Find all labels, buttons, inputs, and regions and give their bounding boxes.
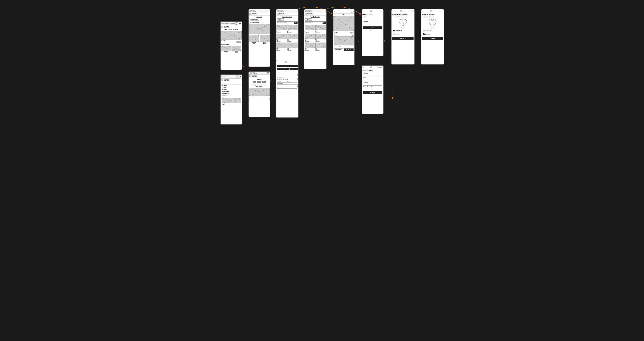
volunteer-nav[interactable]: volunteer bbox=[233, 29, 238, 30]
dogs-filter-btn[interactable]: ① filters ⌄ bbox=[277, 18, 284, 20]
step2-label: Interview bbox=[396, 34, 400, 35]
enter-amount-input[interactable] bbox=[249, 98, 270, 100]
sponsor-me-btn[interactable]: Sponsor Me bbox=[334, 48, 343, 51]
login-back-btn[interactable]: ← bbox=[363, 10, 364, 12]
signup-back-btn[interactable]: ← bbox=[363, 66, 364, 68]
apple-pay-btn[interactable]: Apple Pay bbox=[277, 68, 298, 70]
cat-card-3[interactable]: NameTypeAge Gender bbox=[304, 34, 315, 42]
pet-type: Type bbox=[334, 34, 336, 36]
animal-health-item[interactable]: animal health bbox=[220, 90, 242, 92]
billing-address-dropdown[interactable]: ⌄ bbox=[277, 88, 297, 91]
card-number-input[interactable] bbox=[277, 78, 298, 80]
dogs-search-btn[interactable]: 🔍 bbox=[294, 22, 298, 24]
login-email-input[interactable] bbox=[363, 18, 382, 20]
home-header: (XXX)XXX-XXXX Address, Washington bbox=[220, 22, 242, 26]
adoption-header: (XXX)XXX-XXXXAddress, Washington bbox=[249, 10, 270, 12]
adoption-process-item[interactable]: adoption process bbox=[250, 18, 269, 20]
dog-card-1[interactable]: NameTypeAge Gender bbox=[276, 25, 287, 33]
logo-icon-menu: Logo bbox=[221, 79, 223, 81]
adoption-hamburger[interactable] bbox=[267, 10, 269, 12]
questionnaire-need-help[interactable]: Need Help? bbox=[409, 11, 414, 12]
login-need-help[interactable]: Need Help? bbox=[378, 11, 382, 12]
forgot-password-link[interactable]: Forgot password? bbox=[363, 29, 382, 31]
interview-step2-label: Interview bbox=[426, 34, 430, 35]
dog-card-5[interactable]: NameTypeAge Gender bbox=[276, 42, 287, 51]
interview-need-help[interactable]: Need Help? bbox=[438, 11, 443, 12]
signup-logo: Logo bbox=[370, 66, 372, 68]
donate-nav[interactable]: donate bbox=[228, 29, 232, 30]
signup-password-input[interactable] bbox=[363, 83, 382, 86]
submit-btn[interactable]: Submit bbox=[422, 37, 443, 40]
cat-card-2[interactable]: NameTypeAge Gender bbox=[316, 25, 326, 33]
cats-search-row: 🔍 bbox=[305, 22, 326, 24]
signup-email-input[interactable] bbox=[363, 79, 382, 81]
signup-login-tab[interactable]: Login bbox=[362, 70, 366, 72]
login-tab[interactable]: Login bbox=[362, 14, 366, 15]
name-on-card-input[interactable] bbox=[277, 84, 298, 87]
retype-password-input[interactable] bbox=[363, 88, 382, 90]
learn-more-btn[interactable]: Learn More bbox=[236, 41, 242, 43]
cat-card-5[interactable]: NameTypeAge Gender bbox=[304, 42, 315, 51]
adopt-me-btn[interactable]: Adopt Me bbox=[344, 48, 354, 51]
cats-address: (XXX)XXX-XXXXAddress, Washington bbox=[305, 10, 312, 12]
cat-card-6[interactable]: NameTypeAge Gender bbox=[316, 42, 326, 51]
share-icon[interactable]: ↑ bbox=[351, 10, 354, 13]
amount-10[interactable]: 10 bbox=[253, 81, 256, 83]
dog-card-2[interactable]: NameTypeAge Gender bbox=[287, 25, 298, 33]
login-password-input[interactable] bbox=[363, 23, 382, 25]
shelter-admissions-item[interactable]: shelter admissions bbox=[250, 22, 269, 23]
cats-search-btn[interactable]: 🔍 bbox=[322, 22, 326, 24]
dog-card-3[interactable]: NameTypeAge Gender bbox=[276, 34, 287, 42]
dogs-hamburger[interactable] bbox=[295, 10, 297, 12]
hamburger-icon[interactable] bbox=[239, 23, 241, 24]
screen-donate: (XXX)XXX-XXXXAddress, Washington Logo Se… bbox=[248, 72, 270, 117]
cats-header: (XXX)XXX-XXXXAddress, Washington bbox=[304, 10, 326, 12]
email-input[interactable] bbox=[277, 74, 298, 76]
cat-card-1[interactable]: NameTypeAge Gender bbox=[304, 25, 315, 33]
signup-btn[interactable]: Sign up bbox=[363, 91, 382, 94]
cats-nav-link[interactable]: availablecats bbox=[249, 42, 259, 44]
adopt-nav[interactable]: adopt bbox=[224, 29, 227, 30]
continue-btn[interactable]: Continue bbox=[392, 37, 414, 40]
fostering-item[interactable]: fostering bbox=[220, 86, 242, 88]
enter-amount-label: Enter Amount: bbox=[249, 96, 270, 98]
dog-card-4[interactable]: NameTypeAge Gender bbox=[287, 34, 298, 42]
login-btn[interactable]: Login bbox=[363, 26, 382, 29]
employment-item[interactable]: employment bbox=[220, 92, 242, 94]
interview-step1-label: Questionnaire bbox=[426, 30, 432, 31]
adopt-label[interactable]: adopt bbox=[220, 82, 242, 84]
cvc-input[interactable] bbox=[288, 81, 297, 82]
available-dogs-link[interactable]: availableDogs bbox=[232, 51, 242, 53]
pet-detail-back-btn[interactable]: ← bbox=[334, 10, 336, 12]
signup-tab-active[interactable]: Sign up bbox=[368, 70, 373, 72]
payment-need-help[interactable]: Need Help? bbox=[292, 62, 297, 62]
cats-filter-count: ① filters bbox=[306, 19, 310, 20]
donate-hamburger[interactable] bbox=[267, 72, 269, 74]
services-item[interactable]: services bbox=[220, 88, 242, 90]
signup-need-help[interactable]: Need Help? bbox=[378, 67, 382, 68]
amount-100[interactable]: 100 bbox=[262, 81, 266, 83]
animal-sponsorship-item[interactable]: animal sponsorship bbox=[250, 20, 269, 22]
filter-count: ① filters bbox=[278, 19, 282, 20]
questionnaire-back-btn[interactable]: ← bbox=[392, 10, 394, 12]
questionnaire-title: adoption questionnaire bbox=[392, 14, 414, 16]
cats-search-input[interactable] bbox=[305, 22, 322, 24]
expiry-input[interactable] bbox=[277, 81, 287, 82]
amount-50[interactable]: 50 bbox=[257, 81, 261, 83]
payment-back-btn[interactable]: ← bbox=[277, 61, 279, 63]
google-pay-btn[interactable]: Google Pay bbox=[277, 65, 298, 67]
interview-back-btn[interactable]: ← bbox=[422, 10, 424, 12]
dog-card-6[interactable]: NameTypeAge Gender bbox=[287, 42, 298, 51]
signup-tab[interactable]: Sign up bbox=[368, 14, 373, 15]
dogs-nav-link[interactable]: availableDogs bbox=[260, 42, 270, 44]
available-cats-link[interactable]: availablecats bbox=[221, 51, 231, 53]
cats-hamburger[interactable] bbox=[323, 10, 326, 12]
about-us-item[interactable]: about us bbox=[220, 84, 242, 86]
dogs-search-input[interactable] bbox=[277, 22, 294, 24]
cats-filter-btn[interactable]: ① filters ⌄ bbox=[305, 18, 312, 20]
signup-fullname-input[interactable] bbox=[363, 74, 382, 76]
interview-subtitle: Complete the interview belowto submit yo… bbox=[422, 16, 443, 18]
cat-card-4[interactable]: NameTypeAge Gender bbox=[316, 34, 326, 42]
espanol-item[interactable]: espanol bbox=[220, 94, 242, 96]
close-icon[interactable]: ✕ bbox=[240, 76, 241, 78]
